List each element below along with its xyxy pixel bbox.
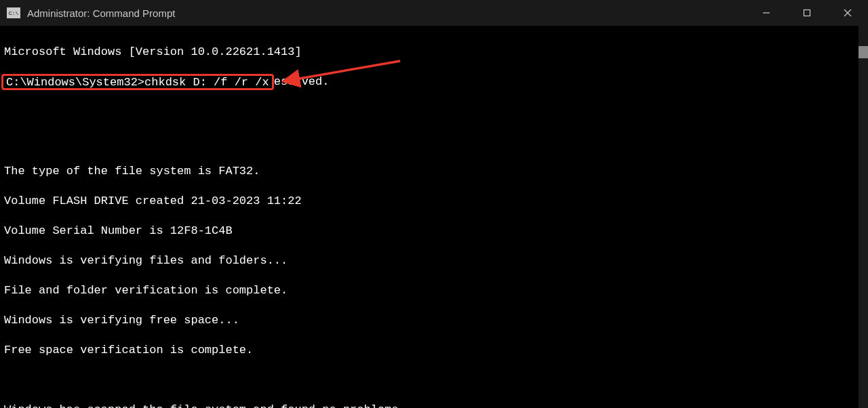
output-line: Volume FLASH DRIVE created 21-03-2023 11…	[4, 194, 868, 209]
output-line: Volume Serial Number is 12F8-1C4B	[4, 224, 868, 239]
highlighted-command: C:\Windows\System32>chkdsk D: /f /r /x	[6, 76, 269, 89]
output-line: The type of the file system is FAT32.	[4, 164, 868, 179]
window-controls	[746, 0, 868, 26]
maximize-button[interactable]	[787, 0, 827, 26]
window-title: Administrator: Command Prompt	[27, 7, 175, 19]
output-line	[4, 104, 868, 119]
output-line	[4, 134, 868, 149]
output-line: Windows is verifying files and folders..…	[4, 253, 868, 268]
output-line: File and folder verification is complete…	[4, 283, 868, 298]
output-line	[4, 373, 868, 388]
scrollbar-thumb[interactable]	[859, 46, 868, 58]
close-button[interactable]	[827, 0, 868, 26]
output-line: Microsoft Windows [Version 10.0.22621.14…	[4, 45, 868, 60]
command-highlight: C:\Windows\System32>chkdsk D: /f /r /x	[1, 74, 274, 90]
output-line: Windows is verifying free space...	[4, 313, 868, 328]
titlebar[interactable]: C:\ Administrator: Command Prompt	[0, 0, 868, 26]
cmd-icon: C:\	[7, 7, 20, 18]
output-line: Free space verification is complete.	[4, 343, 868, 358]
output-line: Windows has scanned the file system and …	[4, 403, 868, 408]
minimize-button[interactable]	[746, 0, 787, 26]
scrollbar-track[interactable]	[859, 26, 868, 408]
svg-rect-1	[804, 10, 810, 16]
